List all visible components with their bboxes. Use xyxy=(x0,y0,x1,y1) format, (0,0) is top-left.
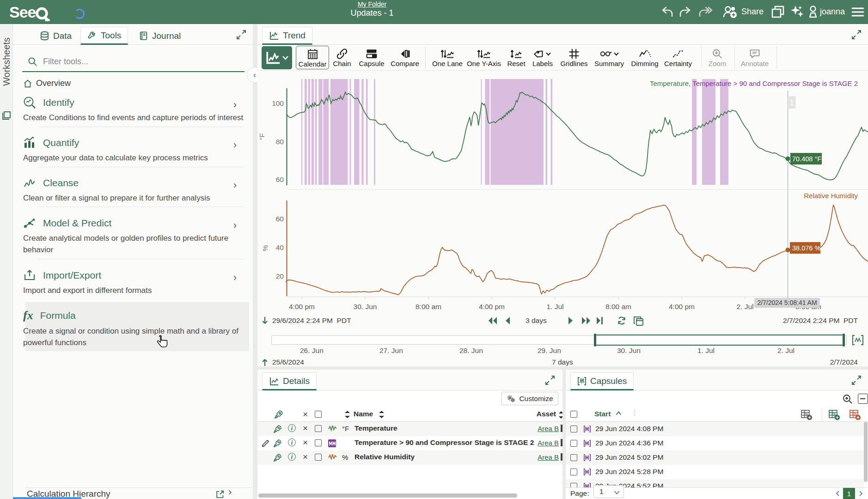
svg-text:30. Jun: 30. Jun xyxy=(354,303,377,310)
svg-text:60: 60 xyxy=(276,215,284,223)
svg-text:40: 40 xyxy=(276,243,284,251)
svg-text:Temperature, Temperature > 90: Temperature, Temperature > 90 and Compre… xyxy=(650,79,858,87)
svg-text:°F: °F xyxy=(258,133,266,140)
svg-text:2/7/2024 5:08:41 AM: 2/7/2024 5:08:41 AM xyxy=(757,299,817,306)
svg-text:4:00 pm: 4:00 pm xyxy=(289,303,315,310)
svg-text:100: 100 xyxy=(272,99,284,107)
svg-text:Relative Humidity: Relative Humidity xyxy=(804,192,858,200)
svg-text:80: 80 xyxy=(276,138,284,146)
svg-text:2. Jul: 2. Jul xyxy=(736,303,753,310)
svg-text:4:00 pm: 4:00 pm xyxy=(669,303,695,310)
svg-text:1: 1 xyxy=(790,99,794,107)
svg-text:70.408 °F: 70.408 °F xyxy=(792,155,821,163)
svg-text:4:00 pm: 4:00 pm xyxy=(479,303,505,310)
svg-text:8:00 am: 8:00 am xyxy=(416,303,441,310)
svg-text:38.076 %: 38.076 % xyxy=(792,244,820,252)
svg-text:20: 20 xyxy=(276,272,284,280)
svg-text:1. Jul: 1. Jul xyxy=(546,303,563,310)
svg-text:%: % xyxy=(261,245,269,251)
svg-text:60: 60 xyxy=(276,176,284,183)
svg-text:8:00 am: 8:00 am xyxy=(605,303,631,310)
svg-text:See: See xyxy=(9,4,36,21)
